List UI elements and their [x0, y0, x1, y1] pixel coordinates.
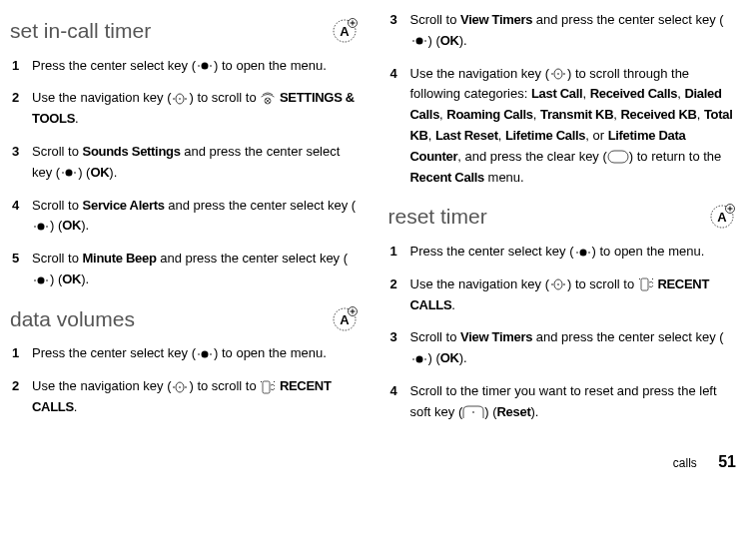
step: 1 Press the center select key () to open…	[388, 242, 737, 263]
step: 2 Use the navigation key () to scroll to…	[388, 274, 737, 316]
step-text: Press the center select key () to open t…	[32, 343, 359, 364]
step-number: 3	[12, 142, 32, 184]
center-select-key-icon	[196, 349, 214, 359]
navigation-key-icon	[549, 278, 567, 290]
step-text: Scroll to View Timers and press the cent…	[410, 327, 737, 369]
step-number: 3	[390, 327, 410, 369]
center-select-key-icon	[32, 222, 50, 232]
center-select-key-icon	[196, 61, 214, 71]
settings-tools-icon	[260, 92, 276, 106]
clear-key-icon: CLR	[607, 150, 629, 164]
step: 2 Use the navigation key () to scroll to…	[10, 88, 359, 130]
navigation-key-icon	[171, 93, 189, 105]
center-select-key-icon	[32, 275, 50, 285]
navigation-key-icon	[549, 68, 567, 80]
step-number: 2	[12, 88, 32, 130]
step: 4 Scroll to Service Alerts and press the…	[10, 196, 359, 238]
page-number: 51	[718, 453, 736, 470]
step: 3 Scroll to Sounds Settings and press th…	[10, 142, 359, 184]
step-number: 4	[390, 381, 410, 423]
center-select-key-icon	[574, 248, 592, 258]
step-text: Press the center select key () to open t…	[32, 56, 359, 77]
step: 4 Use the navigation key () to scroll th…	[388, 64, 737, 189]
step: 4 Scroll to the timer you want to reset …	[388, 381, 737, 423]
step-number: 2	[390, 274, 410, 316]
step-text: Scroll to Minute Beep and press the cent…	[32, 249, 359, 290]
heading-set-in-call-timer: set in-call timer	[10, 14, 359, 48]
step-number: 2	[12, 376, 32, 418]
step-number: 4	[12, 196, 32, 238]
step-text: Use the navigation key () to scroll to R…	[410, 274, 737, 316]
recent-calls-icon	[638, 277, 654, 291]
heading-reset-timer: reset timer	[388, 200, 737, 234]
step-number: 3	[390, 10, 410, 52]
feature-badge-icon	[708, 203, 736, 231]
svg-text:CLR: CLR	[620, 162, 629, 164]
center-select-key-icon	[60, 168, 78, 178]
step-text: Scroll to View Timers and press the cent…	[410, 10, 737, 52]
navigation-key-icon	[171, 381, 189, 393]
step: 3 Scroll to View Timers and press the ce…	[388, 10, 737, 52]
step-text: Press the center select key () to open t…	[410, 242, 737, 263]
step: 3 Scroll to View Timers and press the ce…	[388, 327, 737, 369]
left-soft-key-icon	[462, 405, 484, 419]
center-select-key-icon	[410, 36, 428, 46]
heading-text: set in-call timer	[10, 14, 151, 48]
recent-calls-icon	[260, 380, 276, 394]
step-number: 1	[390, 242, 410, 263]
step: 1 Press the center select key () to open…	[10, 56, 359, 77]
step-text: Use the navigation key () to scroll to R…	[32, 376, 359, 418]
heading-text: reset timer	[388, 200, 487, 234]
step: 5 Scroll to Minute Beep and press the ce…	[10, 249, 359, 290]
left-column: set in-call timer 1 Press the center sel…	[10, 10, 359, 435]
heading-text: data volumes	[10, 302, 135, 336]
step-text: Scroll to the timer you want to reset an…	[410, 381, 737, 423]
step: 1 Press the center select key () to open…	[10, 343, 359, 364]
heading-data-volumes: data volumes	[10, 302, 359, 336]
step-text: Scroll to Sounds Settings and press the …	[32, 142, 359, 184]
footer-label: calls	[673, 456, 697, 470]
feature-badge-icon	[331, 305, 359, 333]
step-number: 1	[12, 343, 32, 364]
step-text: Use the navigation key () to scroll to S…	[32, 88, 359, 130]
right-column: 3 Scroll to View Timers and press the ce…	[388, 10, 737, 435]
step: 2 Use the navigation key () to scroll to…	[10, 376, 359, 418]
feature-badge-icon	[331, 17, 359, 45]
center-select-key-icon	[410, 354, 428, 364]
step-text: Scroll to Service Alerts and press the c…	[32, 196, 359, 238]
step-number: 1	[12, 56, 32, 77]
step-text: Use the navigation key () to scroll thro…	[410, 64, 737, 189]
step-number: 4	[390, 64, 410, 189]
page-footer: calls 51	[10, 449, 736, 475]
step-number: 5	[12, 249, 32, 290]
